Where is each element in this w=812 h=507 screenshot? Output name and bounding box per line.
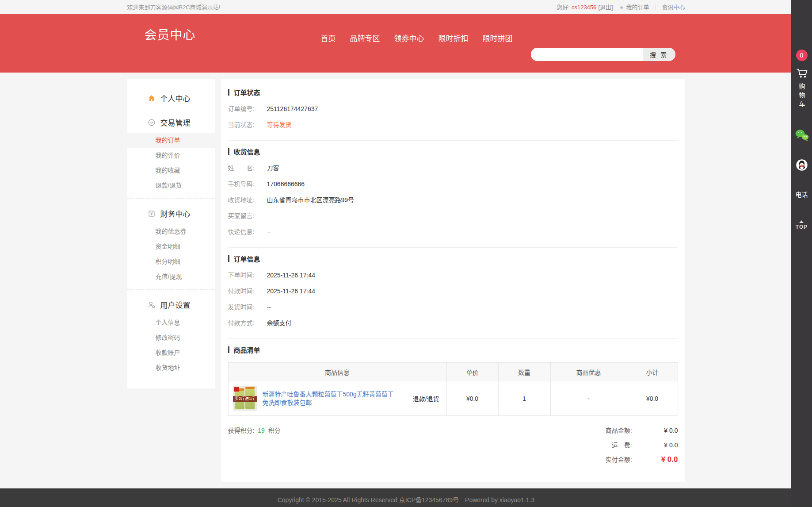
col-goods-info: 商品信息 [228, 363, 446, 381]
field-row: 快递信息: -- [228, 228, 678, 236]
section-title: 收货信息 [228, 147, 678, 156]
search-bar: 搜 索 [531, 48, 675, 61]
field-row: 付款时间: 2025-11-26 17:44 [228, 288, 678, 295]
cart-count-badge[interactable]: 0 [796, 50, 808, 61]
freight-row: 运 费: ¥ 0.0 [606, 440, 678, 449]
sidebar-item-personal-info[interactable]: 个人信息 [127, 315, 215, 330]
sidebar-item-user-settings[interactable]: 用户设置 [127, 294, 215, 315]
greeting: 您好:cs123456[退出] [550, 3, 613, 11]
unit-price-value: ¥0.0 [446, 381, 498, 416]
sidebar-item-trade-management[interactable]: 交易管理 [127, 112, 215, 133]
wechat-icon[interactable] [795, 129, 809, 141]
cart-icon[interactable] [795, 66, 808, 80]
main-nav: 首页 品牌专区 领券中心 限时折扣 限时拼团 [321, 32, 513, 43]
sidebar-item-shipping-address[interactable]: 收货地址 [127, 360, 215, 375]
nav-brand[interactable]: 品牌专区 [350, 32, 380, 43]
order-totals: 获得积分: 19 积分 商品金额: ¥ 0.0 运 费: ¥ 0.0 实付金额: [228, 416, 678, 482]
sidebar-item-funds-detail[interactable]: 资金明细 [127, 239, 215, 254]
logout-link[interactable]: [退出] [598, 4, 613, 11]
sidebar-section-trade: 交易管理 我的订单 我的评价 我的收藏 退款/退货 [127, 110, 215, 195]
promo-tag [234, 387, 239, 392]
field-row: 手机号码: 17066666666 [228, 181, 678, 188]
up-arrow-icon [799, 218, 804, 223]
page-body: 个人中心 交易管理 我的订单 我的评价 我的收藏 退款/退货 财务中心 我的优 [127, 79, 685, 482]
shipping-info-section: 收货信息 姓 名: 刀客 手机号码: 17066666666 收货地址: 山东省… [228, 141, 678, 248]
sidebar-item-change-password[interactable]: 修改密码 [127, 330, 215, 345]
product-image[interactable]: 买2斤送1斤 [233, 386, 257, 411]
title-bar [228, 255, 229, 262]
finance-icon [148, 210, 156, 218]
sidebar-item-points-detail[interactable]: 积分明细 [127, 254, 215, 269]
sidebar-item-payment-account[interactable]: 收款账户 [127, 345, 215, 360]
refund-return-link[interactable]: 退款/退货 [413, 394, 439, 403]
order-status-section: 订单状态 订单编号: 251126174427637 当前状态: 等待发货 [228, 81, 678, 141]
field-row: 订单编号: 251126174427637 [228, 105, 678, 113]
nav-groupbuy[interactable]: 限时拼团 [483, 32, 513, 43]
earned-points: 获得积分: 19 积分 [228, 426, 281, 470]
product-link[interactable]: 新疆特产吐鲁番大颗粒葡萄干500g无籽黄葡萄干免洗即食散装包邮 [263, 390, 400, 407]
goods-cell: 买2斤送1斤 新疆特产吐鲁番大颗粒葡萄干500g无籽黄葡萄干免洗即食散装包邮 退… [229, 382, 446, 415]
topbar: 欢迎来到刀客源码网B2C商城演示站! 您好:cs123456[退出] ★我的订单… [0, 0, 812, 14]
section-title: 订单状态 [228, 88, 678, 97]
quantity-value: 1 [498, 381, 550, 416]
sidebar-item-personal-center[interactable]: 个人中心 [127, 88, 215, 108]
sidebar-item-recharge-withdraw[interactable]: 充值/提现 [127, 269, 215, 284]
site-header: 会员中心 首页 品牌专区 领券中心 限时折扣 限时拼团 搜 索 [0, 14, 812, 73]
paid-amount-row: 实付金额: ¥ 0.0 [606, 455, 678, 464]
sidebar-item-finance-center[interactable]: 财务中心 [127, 203, 215, 224]
section-title: 商品清单 [228, 345, 678, 354]
nav-coupon[interactable]: 领券中心 [394, 32, 424, 43]
site-logo[interactable]: 会员中心 [145, 25, 196, 43]
field-row: 发货时间: -- [228, 303, 678, 311]
title-bar [228, 346, 229, 353]
col-discount: 商品优惠 [550, 363, 627, 381]
goods-list-section: 商品清单 商品信息 单价 数量 商品优惠 小计 [228, 339, 678, 482]
goods-table: 商品信息 单价 数量 商品优惠 小计 [228, 362, 678, 416]
title-bar [228, 89, 229, 96]
col-unit-price: 单价 [446, 363, 498, 381]
sidebar-section-personal: 个人中心 [127, 86, 215, 110]
order-info-section: 订单信息 下单时间: 2025-11-26 17:44 付款时间: 2025-1… [228, 248, 678, 339]
nav-home[interactable]: 首页 [321, 32, 336, 43]
phone-label[interactable]: 电话 [796, 190, 808, 199]
field-row: 付款方式: 余额支付 [228, 319, 678, 327]
subtotal-value: ¥0.0 [627, 381, 678, 416]
search-input[interactable] [531, 48, 643, 61]
field-row: 下单时间: 2025-11-26 17:44 [228, 272, 678, 279]
goods-amount-row: 商品金额: ¥ 0.0 [606, 426, 678, 434]
table-row: 买2斤送1斤 新疆特产吐鲁番大颗粒葡萄干500g无籽黄葡萄干免洗即食散装包邮 退… [228, 381, 678, 416]
username[interactable]: cs123456 [572, 4, 596, 11]
qq-icon[interactable] [796, 159, 808, 171]
col-quantity: 数量 [498, 363, 550, 381]
search-button[interactable]: 搜 索 [643, 48, 675, 61]
footer: Copyright © 2015-2025 All Rights Reserve… [0, 488, 812, 507]
field-row: 姓 名: 刀客 [228, 165, 678, 172]
sidebar-item-my-favorites[interactable]: 我的收藏 [127, 163, 215, 178]
topbar-news[interactable]: 资讯中心 [656, 3, 685, 11]
back-to-top-button[interactable]: TOP [796, 218, 808, 230]
sidebar-item-my-reviews[interactable]: 我的评价 [127, 148, 215, 163]
star-icon: ★ [619, 4, 624, 11]
field-row: 收货地址: 山东省青岛市市北区漂亮路99号 [228, 196, 678, 204]
welcome-text: 欢迎来到刀客源码网B2C商城演示站! [127, 3, 221, 11]
copyright-text: Copyright © 2015-2025 All Rights Reserve… [278, 496, 535, 503]
paid-amount-value: ¥ 0.0 [634, 455, 678, 464]
amount-summary: 商品金额: ¥ 0.0 运 费: ¥ 0.0 实付金额: ¥ 0.0 [606, 426, 678, 470]
topbar-right: 您好:cs123456[退出] ★我的订单 资讯中心 [550, 3, 685, 11]
order-number: 251126174427637 [267, 105, 318, 113]
sidebar-section-user-settings: 用户设置 个人信息 修改密码 收款账户 收货地址 [127, 289, 215, 377]
sidebar-item-refund-return[interactable]: 退款/退货 [127, 178, 215, 193]
floating-sidebar: 0 购物车 电话 TOP [791, 0, 812, 507]
nav-discount[interactable]: 限时折扣 [438, 32, 469, 43]
trade-icon [148, 119, 156, 127]
sidebar-item-my-orders[interactable]: 我的订单 [127, 133, 215, 148]
promo-banner: 买2斤送1斤 [233, 396, 257, 402]
cart-label[interactable]: 购物车 [797, 83, 806, 110]
section-title: 订单信息 [228, 254, 678, 263]
title-bar [228, 148, 229, 155]
topbar-my-orders[interactable]: ★我的订单 [613, 3, 656, 11]
field-row: 当前状态: 等待发货 [228, 121, 678, 129]
status-badge: 等待发货 [267, 121, 292, 129]
sidebar-item-my-coupons[interactable]: 我的优惠券 [127, 224, 215, 239]
goods-amount-value: ¥ 0.0 [634, 427, 678, 434]
